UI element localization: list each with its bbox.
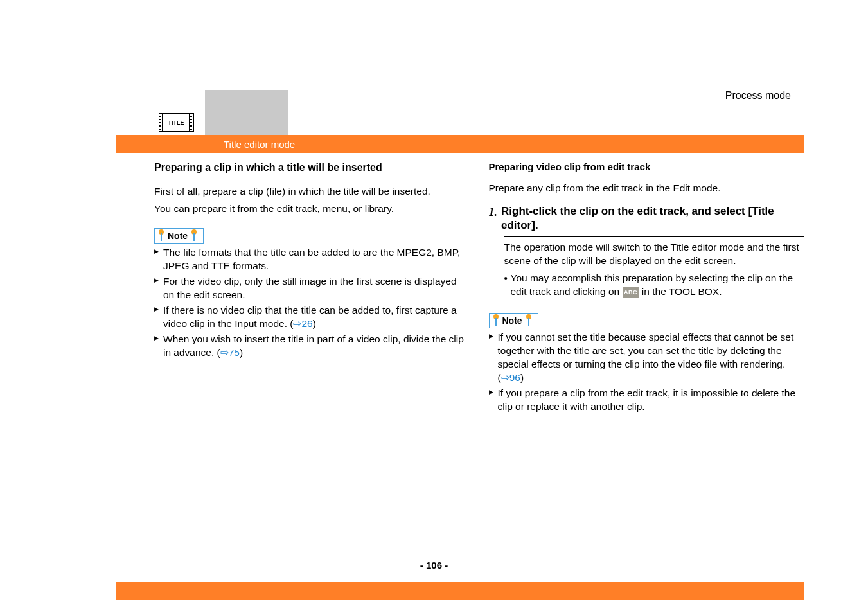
step1-sub: You may accomplish this preparation by s… — [504, 272, 804, 299]
note-label-right: Note — [502, 315, 522, 327]
left-bullet-4: When you wish to insert the title in par… — [154, 333, 470, 360]
left-heading: Preparing a clip in which a title will b… — [154, 161, 470, 177]
process-mode-label: Process mode — [0, 90, 868, 102]
section-title: Title editor mode — [224, 139, 295, 150]
pin-icon — [190, 229, 199, 242]
title-chapter-icon: TITLE — [154, 109, 199, 136]
right-bullets: If you cannot set the title because spec… — [489, 331, 804, 414]
b4-text-a: When you wish to insert the title in par… — [163, 333, 464, 358]
b4-text-b: ) — [240, 347, 243, 358]
right-column: Preparing video clip from edit track Pre… — [489, 161, 804, 416]
title-icon-label: TITLE — [162, 114, 190, 131]
pin-icon — [492, 314, 500, 327]
header-gray-box — [205, 90, 288, 135]
rb1-link[interactable]: ⇨96 — [501, 372, 520, 383]
left-bullet-1: The file formats that the title can be a… — [154, 246, 470, 273]
step-1-body: The operation mode will switch to the Ti… — [504, 236, 804, 299]
right-p1: Prepare any clip from the edit track in … — [489, 182, 804, 195]
note-label: Note — [168, 230, 188, 242]
left-p1: First of all, prepare a clip (file) in w… — [154, 185, 470, 199]
left-bullet-2: For the video clip, only the still image… — [154, 275, 470, 302]
step-1: 1. Right-click the clip on the edit trac… — [489, 204, 804, 233]
page-number: - 106 - — [0, 560, 868, 571]
abc-icon: ABC — [623, 287, 639, 298]
rb1-text-b: ) — [520, 372, 524, 383]
film-perf-right — [190, 114, 193, 131]
section-header-bar: Title editor mode — [116, 135, 804, 153]
right-bullet-2: If you prepare a clip from the edit trac… — [489, 387, 804, 414]
left-bullet-3: If there is no video clip that the title… — [154, 304, 470, 331]
left-bullets: The file formats that the title can be a… — [154, 246, 470, 359]
film-strip-icon: TITLE — [159, 113, 194, 132]
note-box-right: Note — [489, 313, 538, 328]
pin-icon — [524, 314, 533, 327]
left-column: Preparing a clip in which a title will b… — [154, 161, 470, 416]
content-columns: Preparing a clip in which a title will b… — [154, 161, 804, 416]
step1-body-text: The operation mode will switch to the Ti… — [504, 241, 804, 268]
right-subheading: Preparing video clip from edit track — [489, 161, 804, 175]
right-bullet-1: If you cannot set the title because spec… — [489, 331, 804, 385]
step1-sub-b: in the TOOL BOX. — [642, 286, 722, 297]
b4-link[interactable]: ⇨75 — [220, 347, 240, 358]
rb1-text-a: If you cannot set the title because spec… — [498, 332, 794, 383]
step-number: 1. — [489, 204, 498, 233]
step-text: Right-click the clip on the edit track, … — [501, 204, 804, 233]
b3-text-b: ) — [313, 318, 316, 329]
footer-orange-bar — [116, 582, 804, 600]
note-box-left: Note — [154, 228, 204, 244]
left-p2: You can prepare it from the edit track, … — [154, 202, 470, 216]
b3-link[interactable]: ⇨26 — [293, 318, 312, 329]
pin-icon — [157, 229, 166, 242]
